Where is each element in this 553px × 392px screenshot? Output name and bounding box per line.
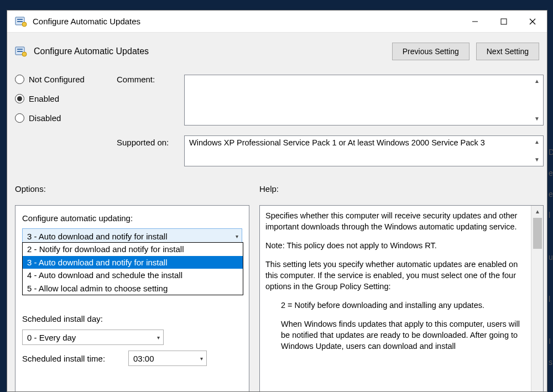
scheduled-day-select[interactable]: 0 - Every day ▾: [22, 330, 164, 345]
state-radio-group: Not Configured Enabled Disabled: [15, 75, 85, 123]
help-text: Note: This policy does not apply to Wind…: [265, 240, 528, 251]
maximize-button[interactable]: [489, 11, 518, 33]
supported-on-label: Supported on:: [117, 138, 169, 147]
comment-textarea[interactable]: ▲ ▼: [184, 75, 544, 126]
configure-updating-select[interactable]: 3 - Auto download and notify for install…: [22, 228, 242, 244]
dropdown-option[interactable]: 3 - Auto download and notify for install: [23, 256, 243, 269]
previous-setting-button[interactable]: Previous Setting: [392, 43, 469, 60]
radio-not-configured[interactable]: Not Configured: [15, 75, 85, 84]
scroll-up-icon[interactable]: ▲: [531, 206, 544, 218]
scroll-up-icon[interactable]: ▲: [532, 76, 542, 86]
scroll-down-icon[interactable]: ▼: [532, 114, 542, 124]
radio-icon: [15, 75, 24, 84]
comment-label: Comment:: [117, 75, 155, 84]
minimize-button[interactable]: [461, 11, 489, 33]
radio-disabled[interactable]: Disabled: [15, 113, 85, 123]
radio-icon: [15, 94, 24, 103]
svg-point-11: [22, 52, 27, 56]
window-controls: [461, 11, 547, 32]
svg-point-3: [22, 22, 27, 27]
scrollbar-thumb[interactable]: [533, 218, 542, 249]
radio-label: Not Configured: [29, 75, 85, 84]
scroll-down-icon[interactable]: ▼: [532, 155, 542, 165]
configure-updating-dropdown: 2 - Notify for download and notify for i…: [22, 242, 243, 295]
help-text: Specifies whether this computer will rec…: [265, 210, 528, 232]
svg-rect-5: [501, 19, 507, 24]
help-text: This setting lets you specify whether au…: [265, 259, 528, 292]
window-title: Configure Automatic Updates: [33, 17, 461, 26]
help-text: 2 = Notify before downloading and instal…: [265, 300, 528, 311]
options-heading: Options:: [15, 184, 46, 194]
header-row: Configure Automatic Updates Previous Set…: [7, 33, 547, 66]
svg-rect-10: [17, 51, 23, 52]
select-value: 3 - Auto download and notify for install: [27, 232, 168, 241]
select-value: 0 - Every day: [27, 333, 76, 342]
supported-on-text: Windows XP Professional Service Pack 1 o…: [189, 138, 485, 147]
page-title: Configure Automatic Updates: [34, 46, 385, 56]
dropdown-option[interactable]: 4 - Auto download and schedule the insta…: [23, 269, 243, 282]
dropdown-option[interactable]: 2 - Notify for download and notify for i…: [23, 243, 243, 256]
radio-label: Enabled: [29, 94, 59, 103]
svg-rect-9: [17, 49, 23, 50]
svg-rect-1: [17, 19, 23, 20]
dropdown-option[interactable]: 5 - Allow local admin to choose setting: [23, 282, 243, 295]
select-value: 03:00: [133, 354, 154, 363]
help-panel: Specifies whether this computer will rec…: [259, 205, 544, 391]
chevron-down-icon: ▾: [236, 233, 238, 239]
policy-icon: [15, 45, 27, 58]
close-button[interactable]: [518, 11, 547, 33]
policy-icon: [15, 15, 27, 28]
chevron-down-icon: ▾: [200, 356, 203, 362]
scheduled-time-label: Scheduled install time:: [22, 354, 105, 363]
background-window-fragment: DeelulIstt: [549, 142, 553, 392]
radio-icon: [15, 113, 24, 123]
dialog-content: Configure Automatic Updates Previous Set…: [7, 33, 547, 391]
next-setting-button[interactable]: Next Setting: [476, 43, 539, 60]
help-text: When Windows finds updates that apply to…: [265, 318, 528, 352]
supported-on-textarea: Windows XP Professional Service Pack 1 o…: [184, 135, 544, 166]
help-heading: Help:: [259, 184, 279, 194]
scheduled-time-select[interactable]: 03:00 ▾: [128, 351, 207, 366]
scroll-up-icon[interactable]: ▲: [532, 137, 542, 147]
configure-updating-label: Configure automatic updating:: [22, 213, 242, 223]
titlebar: Configure Automatic Updates: [7, 11, 547, 33]
radio-enabled[interactable]: Enabled: [15, 94, 85, 103]
radio-label: Disabled: [29, 113, 61, 123]
help-scrollbar[interactable]: ▲: [531, 206, 543, 391]
options-panel: Configure automatic updating: 3 - Auto d…: [15, 205, 249, 391]
chevron-down-icon: ▾: [157, 334, 160, 341]
scheduled-day-label: Scheduled install day:: [22, 314, 103, 323]
svg-rect-2: [17, 21, 23, 22]
dialog-window: Configure Automatic Updates Configure Au…: [7, 10, 547, 392]
